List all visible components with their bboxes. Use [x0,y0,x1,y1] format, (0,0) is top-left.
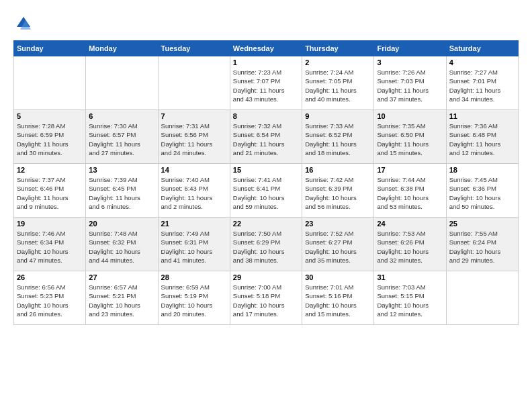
day-number: 29 [233,273,299,281]
day-number: 24 [377,220,443,228]
day-cell: 18Sunrise: 7:45 AM Sunset: 6:36 PM Dayli… [446,164,518,218]
day-cell: 13Sunrise: 7:39 AM Sunset: 6:45 PM Dayli… [86,164,158,218]
day-info: Sunrise: 7:31 AM Sunset: 6:56 PM Dayligh… [161,122,227,157]
day-info: Sunrise: 7:39 AM Sunset: 6:45 PM Dayligh… [89,175,154,211]
day-info: Sunrise: 6:59 AM Sunset: 5:19 PM Dayligh… [161,283,227,318]
day-info: Sunrise: 7:37 AM Sunset: 6:46 PM Dayligh… [17,175,83,211]
day-number: 27 [89,273,154,281]
day-info: Sunrise: 7:30 AM Sunset: 6:57 PM Dayligh… [89,122,154,157]
day-cell: 31Sunrise: 7:03 AM Sunset: 5:15 PM Dayli… [374,271,446,325]
day-info: Sunrise: 7:44 AM Sunset: 6:38 PM Dayligh… [377,175,443,211]
day-cell: 15Sunrise: 7:41 AM Sunset: 6:41 PM Dayli… [230,164,302,218]
day-number: 31 [377,273,443,281]
day-info: Sunrise: 7:41 AM Sunset: 6:41 PM Dayligh… [233,175,299,211]
day-cell: 1Sunrise: 7:23 AM Sunset: 7:07 PM Daylig… [230,56,302,110]
day-number: 13 [89,166,154,174]
week-row-5: 26Sunrise: 6:56 AM Sunset: 5:23 PM Dayli… [14,271,519,325]
weekday-header-wednesday: Wednesday [230,41,302,56]
day-info: Sunrise: 7:49 AM Sunset: 6:31 PM Dayligh… [161,229,227,265]
day-cell: 27Sunrise: 6:57 AM Sunset: 5:21 PM Dayli… [86,271,158,325]
day-number: 18 [449,166,515,174]
week-row-1: 1Sunrise: 7:23 AM Sunset: 7:07 PM Daylig… [14,56,519,110]
day-cell: 5Sunrise: 7:28 AM Sunset: 6:59 PM Daylig… [14,110,86,164]
day-cell: 17Sunrise: 7:44 AM Sunset: 6:38 PM Dayli… [374,164,446,218]
day-number: 6 [89,112,154,120]
day-number: 15 [233,166,299,174]
day-number: 22 [233,220,299,228]
day-number: 26 [17,273,83,281]
week-row-3: 12Sunrise: 7:37 AM Sunset: 6:46 PM Dayli… [14,164,519,218]
week-row-4: 19Sunrise: 7:46 AM Sunset: 6:34 PM Dayli… [14,218,519,271]
day-number: 7 [161,112,227,120]
day-info: Sunrise: 7:24 AM Sunset: 7:05 PM Dayligh… [305,68,371,103]
logo [13,13,36,34]
day-info: Sunrise: 7:36 AM Sunset: 6:48 PM Dayligh… [449,122,515,157]
day-info: Sunrise: 7:52 AM Sunset: 6:27 PM Dayligh… [305,229,371,265]
day-info: Sunrise: 7:01 AM Sunset: 5:16 PM Dayligh… [305,283,371,318]
weekday-header-saturday: Saturday [446,41,518,56]
day-number: 16 [305,166,371,174]
day-info: Sunrise: 7:26 AM Sunset: 7:03 PM Dayligh… [377,68,443,103]
day-number: 21 [161,220,227,228]
week-row-2: 5Sunrise: 7:28 AM Sunset: 6:59 PM Daylig… [14,110,519,164]
day-cell: 22Sunrise: 7:50 AM Sunset: 6:29 PM Dayli… [230,218,302,271]
weekday-header-sunday: Sunday [14,41,86,56]
day-number: 20 [89,220,154,228]
day-number: 4 [449,58,515,66]
day-cell: 30Sunrise: 7:01 AM Sunset: 5:16 PM Dayli… [302,271,374,325]
day-number: 2 [305,58,371,66]
day-number: 1 [233,58,299,66]
day-cell: 3Sunrise: 7:26 AM Sunset: 7:03 PM Daylig… [374,56,446,110]
day-cell: 6Sunrise: 7:30 AM Sunset: 6:57 PM Daylig… [86,110,158,164]
day-number: 9 [305,112,371,120]
day-info: Sunrise: 7:48 AM Sunset: 6:32 PM Dayligh… [89,229,154,265]
day-info: Sunrise: 7:55 AM Sunset: 6:24 PM Dayligh… [449,229,515,265]
day-cell: 16Sunrise: 7:42 AM Sunset: 6:39 PM Dayli… [302,164,374,218]
day-number: 25 [449,220,515,228]
day-number: 10 [377,112,443,120]
day-info: Sunrise: 7:46 AM Sunset: 6:34 PM Dayligh… [17,229,83,265]
day-info: Sunrise: 7:00 AM Sunset: 5:18 PM Dayligh… [233,283,299,318]
day-cell: 20Sunrise: 7:48 AM Sunset: 6:32 PM Dayli… [86,218,158,271]
day-info: Sunrise: 7:33 AM Sunset: 6:52 PM Dayligh… [305,122,371,157]
day-number: 5 [17,112,83,120]
day-cell: 4Sunrise: 7:27 AM Sunset: 7:01 PM Daylig… [446,56,518,110]
day-info: Sunrise: 6:57 AM Sunset: 5:21 PM Dayligh… [89,283,154,318]
weekday-header-tuesday: Tuesday [158,41,230,56]
day-number: 28 [161,273,227,281]
logo-icon [13,13,34,34]
day-number: 30 [305,273,371,281]
page-header [13,13,519,34]
day-cell: 25Sunrise: 7:55 AM Sunset: 6:24 PM Dayli… [446,218,518,271]
day-info: Sunrise: 7:40 AM Sunset: 6:43 PM Dayligh… [161,175,227,211]
day-cell: 21Sunrise: 7:49 AM Sunset: 6:31 PM Dayli… [158,218,230,271]
day-number: 11 [449,112,515,120]
day-info: Sunrise: 7:45 AM Sunset: 6:36 PM Dayligh… [449,175,515,211]
day-info: Sunrise: 7:35 AM Sunset: 6:50 PM Dayligh… [377,122,443,157]
day-info: Sunrise: 7:53 AM Sunset: 6:26 PM Dayligh… [377,229,443,265]
calendar: SundayMondayTuesdayWednesdayThursdayFrid… [13,40,519,325]
day-cell [14,56,86,110]
day-cell: 23Sunrise: 7:52 AM Sunset: 6:27 PM Dayli… [302,218,374,271]
day-cell: 26Sunrise: 6:56 AM Sunset: 5:23 PM Dayli… [14,271,86,325]
day-cell: 29Sunrise: 7:00 AM Sunset: 5:18 PM Dayli… [230,271,302,325]
weekday-header-row: SundayMondayTuesdayWednesdayThursdayFrid… [14,41,519,56]
day-number: 14 [161,166,227,174]
day-info: Sunrise: 7:42 AM Sunset: 6:39 PM Dayligh… [305,175,371,211]
day-cell [158,56,230,110]
day-info: Sunrise: 7:23 AM Sunset: 7:07 PM Dayligh… [233,68,299,103]
day-number: 8 [233,112,299,120]
weekday-header-monday: Monday [86,41,158,56]
day-cell [446,271,518,325]
day-cell: 28Sunrise: 6:59 AM Sunset: 5:19 PM Dayli… [158,271,230,325]
day-cell: 14Sunrise: 7:40 AM Sunset: 6:43 PM Dayli… [158,164,230,218]
day-number: 12 [17,166,83,174]
day-info: Sunrise: 7:32 AM Sunset: 6:54 PM Dayligh… [233,122,299,157]
day-number: 3 [377,58,443,66]
day-cell: 11Sunrise: 7:36 AM Sunset: 6:48 PM Dayli… [446,110,518,164]
weekday-header-friday: Friday [374,41,446,56]
day-number: 23 [305,220,371,228]
day-cell: 9Sunrise: 7:33 AM Sunset: 6:52 PM Daylig… [302,110,374,164]
day-cell: 19Sunrise: 7:46 AM Sunset: 6:34 PM Dayli… [14,218,86,271]
day-info: Sunrise: 7:28 AM Sunset: 6:59 PM Dayligh… [17,122,83,157]
